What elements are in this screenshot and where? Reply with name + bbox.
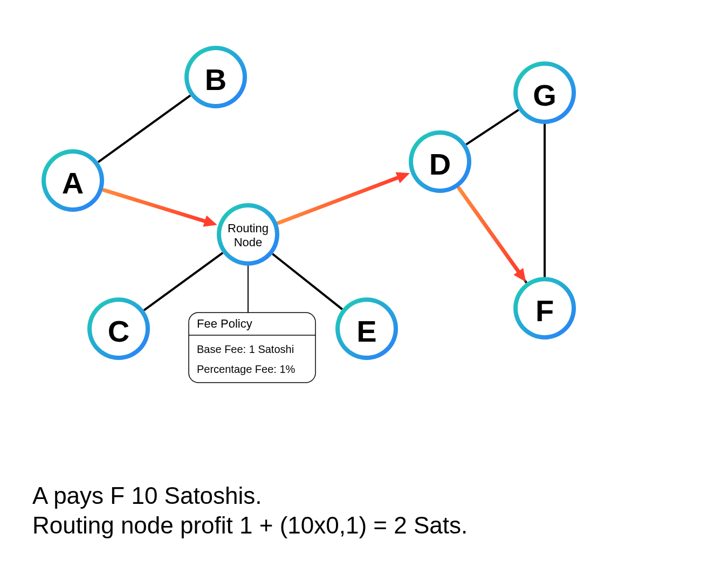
node-label-A: A [62,166,84,200]
arrow-edge-A-R [104,190,204,221]
node-label-E: E [356,314,376,348]
arrowhead-A-R [203,216,217,227]
caption-line-1: A pays F 10 Satoshis. [32,482,262,509]
fee-policy-box: Fee Policy Base Fee: 1 Satoshi Percentag… [189,313,315,383]
node-C: C [87,297,150,360]
edge-R-C [144,253,223,310]
node-E: E [335,297,398,360]
node-D: D [409,130,471,193]
arrow-edge-R-D [278,178,397,223]
node-label-routing-1: Routing [228,221,269,235]
routing-diagram: ABCRoutingNodeEDGF Fee Policy Base Fee: … [0,0,728,582]
edges-plain [98,95,545,310]
node-G: G [513,61,576,124]
edge-D-G [466,110,518,144]
fee-policy-title: Fee Policy [197,317,252,330]
node-F: F [513,277,576,340]
node-label-routing-2: Node [234,235,263,249]
arrow-edge-D-F [459,188,518,272]
fee-policy-percentage: Percentage Fee: 1% [197,363,296,375]
node-A: A [42,149,104,212]
arrowhead-R-D [396,172,410,183]
node-label-F: F [535,294,554,328]
edge-A-B [98,95,190,162]
edge-R-E [272,254,342,309]
node-B: B [184,46,247,108]
node-label-C: C [108,314,129,348]
node-label-G: G [533,78,557,112]
fee-policy-base: Base Fee: 1 Satoshi [197,343,294,355]
edges-arrow-highlighted [104,172,526,282]
node-label-D: D [429,147,451,181]
caption-line-2: Routing node profit 1 + (10x0,1) = 2 Sat… [32,512,468,538]
node-R: RoutingNode [217,203,279,266]
node-label-B: B [205,63,226,96]
